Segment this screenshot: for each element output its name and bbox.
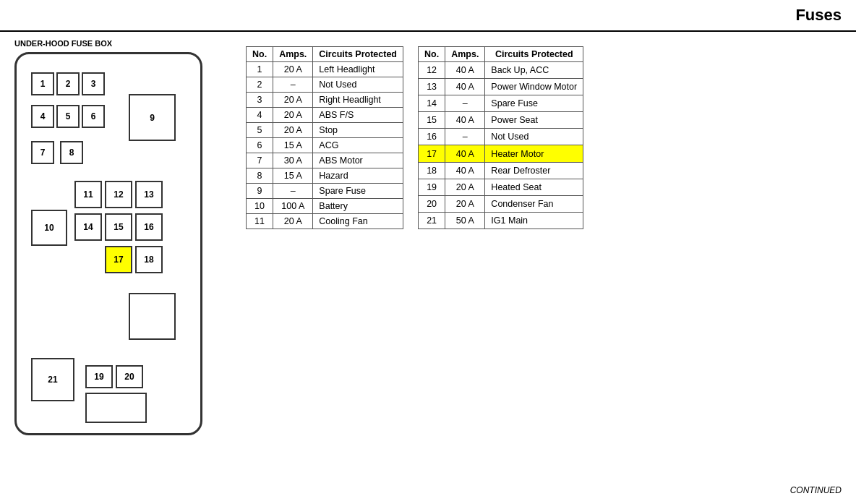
table1-cell-3-2: ABS F/S: [313, 108, 403, 123]
table2-cell-8-2: Condenser Fan: [485, 195, 583, 212]
table2-cell-7-2: Heated Seat: [485, 179, 583, 195]
table2-cell-9-2: IG1 Main: [485, 212, 583, 228]
table2-cell-1-0: 13: [419, 79, 445, 95]
table2-cell-6-1: 40 A: [445, 162, 485, 179]
table2-cell-8-0: 20: [419, 195, 445, 212]
table1-cell-2-1: 20 A: [273, 93, 313, 108]
fuse-4: 4: [31, 105, 54, 128]
table1-row: 520 AStop: [247, 123, 403, 138]
table2-row: 1340 APower Window Motor: [419, 79, 583, 95]
table2-row: 1740 AHeater Motor: [419, 145, 583, 162]
table1-row: 1120 ACooling Fan: [247, 214, 403, 229]
fuse-16: 16: [135, 213, 163, 241]
table1-cell-8-1: –: [273, 184, 313, 199]
fuse-14: 14: [74, 213, 102, 241]
table2-cell-2-2: Spare Fuse: [485, 95, 583, 112]
fuse-blank-large: [129, 293, 176, 340]
table1-cell-7-1: 15 A: [273, 168, 313, 184]
table2-row: 1840 ARear Defroster: [419, 162, 583, 179]
table2-row: 14–Spare Fuse: [419, 95, 583, 112]
table1-cell-7-0: 8: [247, 168, 273, 184]
table2-header-circuits: Circuits Protected: [485, 47, 583, 62]
table2-cell-2-0: 14: [419, 95, 445, 112]
tables-area: No. Amps. Circuits Protected 120 ALeft H…: [246, 39, 583, 229]
fuse-8: 8: [60, 141, 83, 164]
fuse-7: 7: [31, 141, 54, 164]
table2-cell-5-1: 40 A: [445, 145, 485, 162]
fuse-box-diagram: 1 2 3 4 5 6 9 7 8 11 12 13 10 14 15: [14, 52, 210, 435]
table1-cell-6-2: ABS Motor: [313, 153, 403, 168]
table1-cell-3-0: 4: [247, 108, 273, 123]
table1-cell-5-2: ACG: [313, 138, 403, 153]
table2-cell-5-0: 17: [419, 145, 445, 162]
table2-cell-5-2: Heater Motor: [485, 145, 583, 162]
table1-cell-9-0: 10: [247, 199, 273, 214]
table1-cell-2-2: Right Headlight: [313, 93, 403, 108]
fuse-17: 17: [105, 246, 132, 273]
table1-header-amps: Amps.: [273, 47, 313, 62]
fuse-box-outer: 1 2 3 4 5 6 9 7 8 11 12 13 10 14 15: [14, 52, 202, 435]
table1-cell-4-1: 20 A: [273, 123, 313, 138]
table2-cell-3-0: 15: [419, 112, 445, 129]
table2-cell-3-1: 40 A: [445, 112, 485, 129]
table1-header-circuits: Circuits Protected: [313, 47, 403, 62]
table1-cell-5-0: 6: [247, 138, 273, 153]
table1-row: 320 ARight Headlight: [247, 93, 403, 108]
fuse-15: 15: [105, 213, 132, 241]
fuse-table-2: No. Amps. Circuits Protected 1240 ABack …: [418, 46, 583, 229]
fuse-table-1: No. Amps. Circuits Protected 120 ALeft H…: [246, 46, 403, 229]
table1-cell-10-0: 11: [247, 214, 273, 229]
table1-cell-6-0: 7: [247, 153, 273, 168]
table1-cell-1-2: Not Used: [313, 77, 403, 93]
page-header: Fuses: [0, 0, 856, 32]
fuse-1: 1: [31, 72, 54, 95]
fuse-10: 10: [31, 210, 67, 246]
table1-cell-8-0: 9: [247, 184, 273, 199]
fuse-2: 2: [56, 72, 80, 95]
table1-cell-10-2: Cooling Fan: [313, 214, 403, 229]
table2-cell-1-1: 40 A: [445, 79, 485, 95]
table2-cell-3-2: Power Seat: [485, 112, 583, 129]
table2-row: 1240 ABack Up, ACC: [419, 62, 583, 79]
table1-row: 815 AHazard: [247, 168, 403, 184]
fuse-box-section: UNDER-HOOD FUSE BOX 1 2 3 4 5 6 9 7 8 11…: [14, 39, 231, 435]
table1-row: 2–Not Used: [247, 77, 403, 93]
table2-cell-6-2: Rear Defroster: [485, 162, 583, 179]
table2-cell-1-2: Power Window Motor: [485, 79, 583, 95]
fuse-6: 6: [82, 105, 105, 128]
fuse-18: 18: [135, 246, 163, 273]
table2-cell-0-2: Back Up, ACC: [485, 62, 583, 79]
table2-row: 1540 APower Seat: [419, 112, 583, 129]
table2-row: 1920 AHeated Seat: [419, 179, 583, 195]
table2-cell-7-0: 19: [419, 179, 445, 195]
table1-cell-3-1: 20 A: [273, 108, 313, 123]
table1-cell-4-0: 5: [247, 123, 273, 138]
table1-cell-1-0: 2: [247, 77, 273, 93]
table1-row: 420 AABS F/S: [247, 108, 403, 123]
table1-cell-1-1: –: [273, 77, 313, 93]
table1-cell-0-1: 20 A: [273, 62, 313, 77]
table2-cell-4-1: –: [445, 129, 485, 145]
table2-cell-9-1: 50 A: [445, 212, 485, 228]
table2-row: 2150 AIG1 Main: [419, 212, 583, 228]
table1-cell-6-1: 30 A: [273, 153, 313, 168]
fuse-blank-bottom: [85, 393, 147, 423]
table2-cell-9-0: 21: [419, 212, 445, 228]
table1-cell-8-2: Spare Fuse: [313, 184, 403, 199]
continued-text: CONTINUED: [790, 485, 842, 495]
table2-cell-4-0: 16: [419, 129, 445, 145]
fuse-box-label: UNDER-HOOD FUSE BOX: [14, 39, 231, 48]
fuse-3: 3: [82, 72, 105, 95]
table1-cell-0-2: Left Headlight: [313, 62, 403, 77]
table2-cell-6-0: 18: [419, 162, 445, 179]
table1-cell-4-2: Stop: [313, 123, 403, 138]
table2-cell-0-1: 40 A: [445, 62, 485, 79]
fuse-20: 20: [116, 365, 143, 388]
table2-header-amps: Amps.: [445, 47, 485, 62]
table1-row: 120 ALeft Headlight: [247, 62, 403, 77]
table2-row: 2020 ACondenser Fan: [419, 195, 583, 212]
table2-cell-2-1: –: [445, 95, 485, 112]
table2-cell-0-0: 12: [419, 62, 445, 79]
fuse-13: 13: [135, 181, 163, 208]
fuse-9: 9: [129, 94, 176, 141]
